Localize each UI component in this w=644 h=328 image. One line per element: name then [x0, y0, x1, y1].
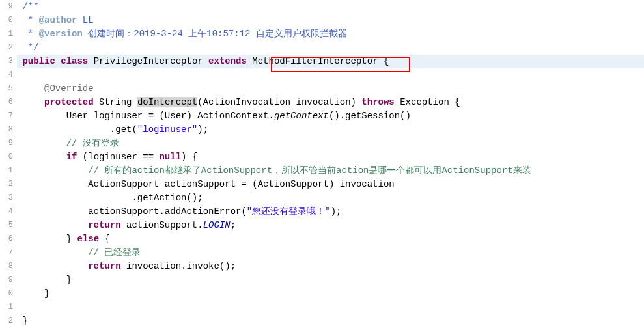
- code-line[interactable]: }: [17, 287, 644, 301]
- line-number-gutter: 9 0 1 2 3 4 5 6 7 8 9 0 1 2 3 4 5 6 7 8 …: [0, 0, 16, 328]
- code-line-class-declaration[interactable]: public class PrivilegeInterceptor extend…: [17, 55, 644, 68]
- code-line[interactable]: }: [17, 314, 644, 328]
- code-line[interactable]: // 没有登录: [17, 137, 644, 150]
- code-line[interactable]: .get("loginuser");: [17, 123, 644, 137]
- method-declaration: doIntercept: [137, 97, 197, 107]
- parent-class: MethodFilterInterceptor: [252, 56, 378, 66]
- code-line[interactable]: } else {: [17, 232, 644, 246]
- code-line[interactable]: @Override: [17, 82, 644, 96]
- code-line[interactable]: ActionSupport actionSupport = (ActionSup…: [17, 178, 644, 191]
- code-line[interactable]: User loginuser = (User) ActionContext.ge…: [17, 109, 644, 123]
- code-line[interactable]: * @version 创建时间：2019-3-24 上午10:57:12 自定义…: [17, 27, 644, 41]
- code-line[interactable]: return actionSupport.LOGIN;: [17, 219, 644, 232]
- code-line[interactable]: */: [17, 41, 644, 55]
- code-editor[interactable]: /** * @author LL * @version 创建时间：2019-3-…: [16, 0, 644, 328]
- code-line[interactable]: protected String doIntercept(ActionInvoc…: [17, 96, 644, 109]
- code-line[interactable]: // 所有的action都继承了ActionSupport，所以不管当前acti…: [17, 164, 644, 178]
- code-line[interactable]: }: [17, 273, 644, 287]
- code-line[interactable]: // 已经登录: [17, 246, 644, 260]
- code-line[interactable]: return invocation.invoke();: [17, 260, 644, 273]
- code-line[interactable]: * @author LL: [17, 14, 644, 27]
- code-line[interactable]: .getAction();: [17, 191, 644, 205]
- code-line[interactable]: [17, 301, 644, 314]
- code-line[interactable]: actionSupport.addActionError("您还没有登录哦！")…: [17, 205, 644, 219]
- code-line[interactable]: /**: [17, 0, 644, 14]
- code-line[interactable]: if (loginuser == null) {: [17, 150, 644, 164]
- code-line[interactable]: [17, 68, 644, 82]
